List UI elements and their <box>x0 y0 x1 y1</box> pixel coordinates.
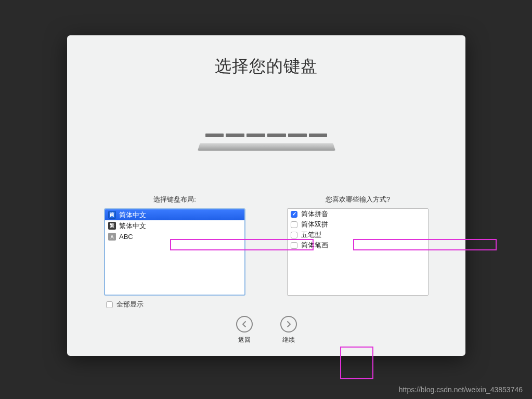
input-method-row[interactable]: 简体双拼 <box>288 219 428 230</box>
keyboard-layout-listbox[interactable]: 简简体中文繁繁体中文AABC <box>104 208 245 296</box>
back-button[interactable]: 返回 <box>236 316 253 344</box>
layout-label: 繁体中文 <box>119 221 146 231</box>
input-method-label: 五笔型 <box>301 230 321 240</box>
input-method-checkbox[interactable] <box>291 232 297 238</box>
keyboard-layout-label: 选择键盘布局: <box>104 195 245 204</box>
page-title: 选择您的键盘 <box>215 55 318 78</box>
arrow-left-icon <box>236 316 253 332</box>
continue-label: 继续 <box>282 336 295 344</box>
input-method-label: 简体双拼 <box>301 220 328 229</box>
show-all-checkbox[interactable] <box>106 301 113 308</box>
arrow-right-icon <box>280 316 297 332</box>
columns-container: 选择键盘布局: 简简体中文繁繁体中文AABC 全部显示 您喜欢哪些输入方式? 简… <box>67 195 465 309</box>
continue-button[interactable]: 继续 <box>280 316 297 344</box>
setup-window: 选择您的键盘 选择键盘布局: 简简体中文繁繁体中文AABC 全部显示 您喜欢哪些… <box>67 35 465 356</box>
input-method-label: 简体拼音 <box>301 209 328 219</box>
input-method-row[interactable]: 五笔型 <box>288 230 428 240</box>
input-method-label: 您喜欢哪些输入方式? <box>287 195 429 204</box>
back-label: 返回 <box>238 336 251 344</box>
layout-icon: A <box>108 233 116 241</box>
keyboard-illustration <box>198 132 335 152</box>
nav-bar: 返回 继续 <box>67 316 465 344</box>
annotation-highlight <box>340 347 373 379</box>
layout-icon: 简 <box>108 211 116 219</box>
input-method-checkbox[interactable] <box>291 211 297 218</box>
input-method-label: 简体笔画 <box>301 241 328 250</box>
input-method-checkbox[interactable] <box>291 221 297 228</box>
layout-icon: 繁 <box>108 222 116 230</box>
layout-row[interactable]: 简简体中文 <box>105 209 244 220</box>
watermark-text: https://blog.csdn.net/weixin_43853746 <box>399 385 523 394</box>
layout-row[interactable]: AABC <box>105 231 244 242</box>
show-all-label: 全部显示 <box>116 300 144 309</box>
input-method-row[interactable]: 简体拼音 <box>288 209 428 219</box>
keyboard-layout-column: 选择键盘布局: 简简体中文繁繁体中文AABC 全部显示 <box>104 195 245 309</box>
input-method-listbox[interactable]: 简体拼音简体双拼五笔型简体笔画 <box>287 208 429 296</box>
layout-label: ABC <box>119 233 133 241</box>
layout-row[interactable]: 繁繁体中文 <box>105 220 244 231</box>
show-all-row[interactable]: 全部显示 <box>104 300 245 309</box>
input-method-row[interactable]: 简体笔画 <box>288 240 428 250</box>
layout-label: 简体中文 <box>119 210 146 220</box>
input-method-column: 您喜欢哪些输入方式? 简体拼音简体双拼五笔型简体笔画 <box>287 195 429 309</box>
input-method-checkbox[interactable] <box>291 242 297 249</box>
